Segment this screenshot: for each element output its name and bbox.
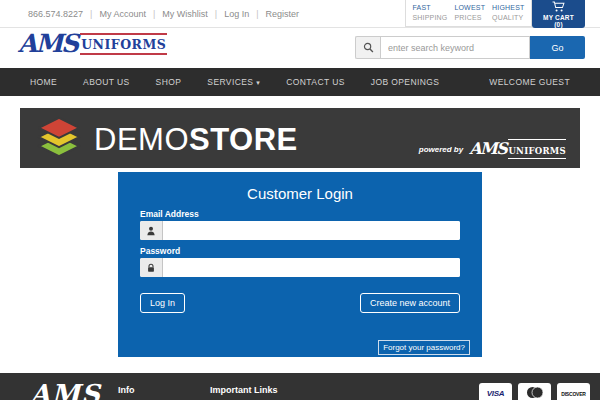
search-bar: Go xyxy=(355,36,585,59)
my-account-link[interactable]: My Account xyxy=(99,9,146,19)
mastercard-badge xyxy=(518,383,551,400)
separator: | xyxy=(256,9,258,19)
password-icon-box xyxy=(140,258,163,277)
cart-label: MY CART (0) xyxy=(538,14,579,28)
phone-number: 866.574.8227 xyxy=(28,9,83,19)
create-account-button[interactable]: Create new account xyxy=(360,293,460,313)
logo-word-text: UNIFORMS xyxy=(81,37,166,52)
value-props-box: FAST SHIPPING LOWEST PRICES HIGHEST QUAL… xyxy=(405,0,532,27)
separator: | xyxy=(90,9,92,19)
demostore-title-light: DEMO xyxy=(94,122,189,157)
separator: | xyxy=(153,9,155,19)
topbar-links: 866.574.8227 | My Account | My Wishlist … xyxy=(28,0,299,28)
login-title: Customer Login xyxy=(118,185,482,202)
layers-icon xyxy=(36,116,82,162)
nav-item-shop[interactable]: SHOP xyxy=(156,77,182,87)
logo-script-text: AMS xyxy=(18,31,77,56)
nav-item-about-us[interactable]: ABOUT US xyxy=(83,77,130,87)
mastercard-icon xyxy=(525,385,545,400)
powered-logo-script: AMS xyxy=(469,141,506,157)
password-input-row xyxy=(140,258,460,277)
email-field[interactable] xyxy=(163,221,460,240)
visa-badge: VISA xyxy=(479,383,512,400)
my-wishlist-link[interactable]: My Wishlist xyxy=(162,9,208,19)
demostore-brand: DEMOSTORE xyxy=(36,116,298,162)
person-icon xyxy=(146,222,156,240)
badge-line2: QUALITY xyxy=(492,13,525,24)
highest-quality-badge: HIGHEST QUALITY xyxy=(492,3,525,24)
powered-logo-word-wrap: UNIFORMS xyxy=(508,139,566,159)
email-icon-box xyxy=(140,221,163,240)
powered-by-block: powered by AMS UNIFORMS xyxy=(419,139,566,159)
badge-line2: SHIPPING xyxy=(412,13,447,24)
footer: AMS Info Important Links VISA DISCOVER xyxy=(0,373,600,400)
powered-by-label: powered by xyxy=(419,145,463,154)
password-field[interactable] xyxy=(163,258,460,277)
log-in-button[interactable]: Log In xyxy=(140,293,185,313)
demostore-title-bold: STORE xyxy=(189,122,298,157)
visa-icon: VISA xyxy=(487,389,504,398)
email-input-row xyxy=(140,221,460,240)
nav-services-label: SERVICES xyxy=(207,77,253,87)
footer-important-links-heading: Important Links xyxy=(210,385,278,395)
footer-info-heading: Info xyxy=(118,385,135,395)
password-label: Password xyxy=(140,246,180,256)
customer-login-panel: Customer Login Email Address Password xyxy=(118,172,482,357)
search-go-button[interactable]: Go xyxy=(530,36,585,59)
badge-line1: LOWEST xyxy=(454,3,485,14)
badge-line2: PRICES xyxy=(454,13,485,24)
welcome-guest-label: WELCOME GUEST xyxy=(489,77,570,87)
search-icon-box xyxy=(355,36,380,59)
search-input[interactable] xyxy=(380,36,530,59)
discover-badge: DISCOVER xyxy=(557,383,590,400)
logo-word-wrap: UNIFORMS xyxy=(80,33,167,55)
main-nav: HOME ABOUT US SHOP SERVICES▾ CONTACT US … xyxy=(0,68,600,96)
footer-ams-logo: AMS xyxy=(30,381,101,400)
nav-item-contact-us[interactable]: CONTACT US xyxy=(286,77,344,87)
email-label: Email Address xyxy=(140,209,199,219)
nav-item-home[interactable]: HOME xyxy=(30,77,57,87)
register-link[interactable]: Register xyxy=(266,9,300,19)
hero-banner: DEMOSTORE powered by AMS UNIFORMS xyxy=(20,108,580,168)
my-cart-button[interactable]: MY CART (0) xyxy=(532,0,585,28)
top-utility-bar: 866.574.8227 | My Account | My Wishlist … xyxy=(0,0,600,28)
fast-shipping-badge: FAST SHIPPING xyxy=(412,3,447,24)
forgot-password-link[interactable]: Forgot your password? xyxy=(378,340,470,355)
nav-item-job-openings[interactable]: JOB OPENINGS xyxy=(371,77,440,87)
lock-icon xyxy=(146,259,156,277)
payment-badges: VISA DISCOVER xyxy=(479,383,590,400)
powered-ams-logo: AMS UNIFORMS xyxy=(469,139,566,159)
search-icon xyxy=(363,39,374,57)
log-in-link[interactable]: Log In xyxy=(224,9,249,19)
page: 866.574.8227 | My Account | My Wishlist … xyxy=(0,0,600,400)
badge-line1: HIGHEST xyxy=(492,3,525,14)
discover-icon: DISCOVER xyxy=(561,391,586,397)
separator: | xyxy=(215,9,217,19)
ams-uniforms-logo[interactable]: AMS UNIFORMS xyxy=(18,31,167,56)
cart-icon xyxy=(552,1,565,13)
nav-item-services[interactable]: SERVICES▾ xyxy=(207,77,260,87)
demostore-title: DEMOSTORE xyxy=(94,124,298,155)
lowest-prices-badge: LOWEST PRICES xyxy=(454,3,485,24)
badge-line1: FAST xyxy=(412,3,447,14)
powered-logo-word: UNIFORMS xyxy=(508,146,566,156)
chevron-down-icon: ▾ xyxy=(256,79,260,86)
